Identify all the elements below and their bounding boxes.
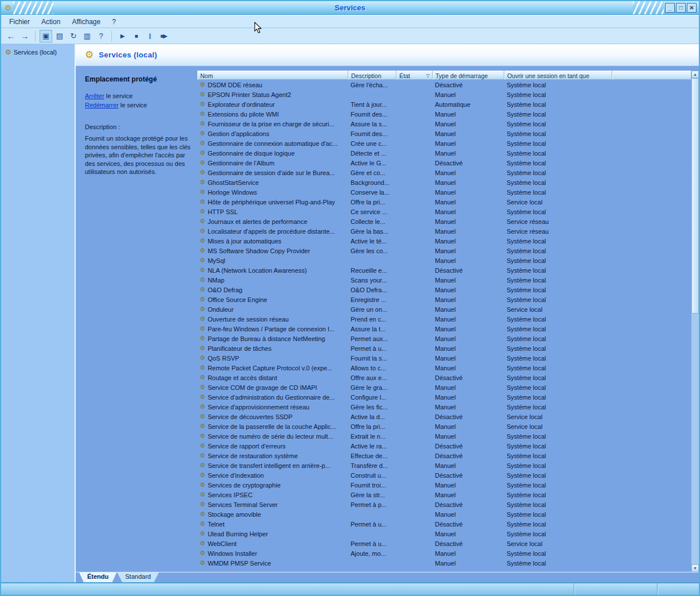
table-row[interactable]: ⚙Gestion d'applicationsFournit des...Man… — [197, 129, 691, 138]
menu-action[interactable]: Action — [36, 17, 66, 27]
table-row[interactable]: ⚙Pare-feu Windows / Partage de connexion… — [197, 324, 691, 334]
cell-logon: Système local — [504, 101, 612, 108]
title-bar[interactable]: ⚙ Services _ □ ✕ — [1, 1, 699, 15]
properties-icon[interactable]: ▤ — [53, 30, 66, 42]
table-row[interactable]: ⚙Planificateur de tâchesPermet à u...Man… — [197, 343, 691, 353]
table-row[interactable]: ⚙Journaux et alertes de performanceColle… — [197, 216, 691, 226]
column-header-nom[interactable]: Nom — [197, 71, 348, 80]
table-row[interactable]: ⚙HTTP SSLCe service ...ManuelSystème loc… — [197, 207, 691, 216]
cell-logon: Système local — [504, 452, 612, 459]
table-row[interactable]: ⚙Service de rapport d'erreursActive le r… — [197, 441, 691, 451]
stop-service-icon[interactable]: ■ — [130, 30, 142, 42]
export-list-icon[interactable]: ▥ — [81, 30, 94, 42]
table-row[interactable]: ⚙Ulead Burning HelperManuelSystème local — [197, 529, 691, 539]
table-row[interactable]: ⚙Partage de Bureau à distance NetMeeting… — [197, 334, 691, 343]
cell-nom: ⚙Service d'administration du Gestionnair… — [197, 393, 348, 401]
maximize-button[interactable]: □ — [676, 3, 686, 13]
table-row[interactable]: ⚙MS Software Shadow Copy ProviderGère le… — [197, 246, 691, 256]
table-row[interactable]: ⚙Horloge WindowsConserve la...ManuelSyst… — [197, 187, 691, 197]
scrollbar-thumb[interactable] — [691, 78, 699, 314]
cell-nom: ⚙Horloge Windows — [197, 188, 348, 196]
description-label: Description : — [85, 123, 192, 130]
service-icon: ⚙ — [200, 130, 205, 137]
table-row[interactable]: ⚙Gestionnaire de session d'aide sur le B… — [197, 168, 691, 177]
table-row[interactable]: ⚙Localisateur d'appels de procédure dist… — [197, 226, 691, 236]
table-row[interactable]: ⚙Service d'administration du Gestionnair… — [197, 392, 691, 402]
cell-startup: Manuel — [433, 277, 504, 284]
refresh-icon[interactable]: ↻ — [67, 30, 80, 42]
table-row[interactable]: ⚙Service de la passerelle de la couche A… — [197, 421, 691, 431]
column-header-ouvrir-session[interactable]: Ouvrir une session en tant que — [504, 71, 612, 80]
table-row[interactable]: ⚙Stockage amovibleManuelSystème local — [197, 509, 691, 519]
table-row[interactable]: ⚙OnduleurGère un on...ManuelService loca… — [197, 304, 691, 314]
restart-service-link[interactable]: Redémarrer — [85, 102, 119, 109]
table-row[interactable]: ⚙NMapScans your...ManuelSystème local — [197, 275, 691, 285]
vertical-scrollbar[interactable]: ▲ ▼ — [691, 71, 699, 572]
stop-service-link[interactable]: Arrêter — [85, 92, 104, 99]
table-row[interactable]: ⚙QoS RSVPFournit la s...ManuelSystème lo… — [197, 353, 691, 363]
cell-startup: Manuel — [433, 335, 504, 342]
table-row[interactable]: ⚙Service d'approvisionnement réseauGère … — [197, 402, 691, 412]
table-row[interactable]: ⚙Office Source EngineEnregistre ...Manue… — [197, 295, 691, 304]
table-row[interactable]: ⚙Service de restauration systèmeEffectue… — [197, 451, 691, 460]
help-icon[interactable]: ? — [95, 30, 107, 42]
table-row[interactable]: ⚙Services de cryptographieFournit troi..… — [197, 480, 691, 490]
table-row[interactable]: ⚙Services Terminal ServerPermet à p...Dé… — [197, 500, 691, 509]
table-row[interactable]: ⚙Ouverture de session réseauPrend en c..… — [197, 314, 691, 324]
cell-startup: Manuel — [433, 130, 504, 137]
table-row[interactable]: ⚙Service d'indexationConstruit u...Désac… — [197, 470, 691, 480]
table-row[interactable]: ⚙MySqlManuelSystème local — [197, 256, 691, 265]
start-service-icon[interactable]: ▶ — [116, 30, 129, 42]
table-row[interactable]: ⚙Service de transfert intelligent en arr… — [197, 460, 691, 470]
table-row[interactable]: ⚙Explorateur d'ordinateurTient à jour...… — [197, 99, 691, 109]
table-row[interactable]: ⚙O&O DefragO&O Defra...ManuelSystème loc… — [197, 285, 691, 295]
cell-nom: ⚙Service de numéro de série du lecteur m… — [197, 432, 348, 440]
column-header-description[interactable]: Description — [348, 71, 396, 80]
table-row[interactable]: ⚙Gestionnaire de l'AlbumActive le G...Dé… — [197, 158, 691, 168]
table-row[interactable]: ⚙Hôte de périphérique universel Plug-and… — [197, 197, 691, 207]
column-header-type-de-demarrage[interactable]: Type de démarrage — [433, 71, 504, 80]
table-row[interactable]: ⚙Extensions du pilote WMIFournit des...M… — [197, 109, 691, 119]
column-header-etat[interactable]: État▽ — [396, 71, 433, 80]
restart-service-icon[interactable]: ■▶ — [157, 30, 170, 42]
scroll-down-icon[interactable]: ▼ — [691, 564, 699, 572]
table-row[interactable]: ⚙Services IPSECGère la str...ManuelSystè… — [197, 490, 691, 500]
table-row[interactable]: ⚙Mises à jour automatiquesActive le té..… — [197, 236, 691, 246]
pause-service-icon[interactable]: ∥ — [143, 30, 156, 42]
minimize-button[interactable]: _ — [665, 3, 675, 13]
close-button[interactable]: ✕ — [687, 3, 697, 13]
table-row[interactable]: ⚙GhostStartServiceBackground...ManuelSys… — [197, 177, 691, 187]
table-row[interactable]: ⚙Service de découvertes SSDPActive la d.… — [197, 412, 691, 421]
cell-nom: ⚙Telnet — [197, 520, 348, 528]
table-row[interactable]: ⚙Service de numéro de série du lecteur m… — [197, 431, 691, 441]
table-row[interactable]: ⚙Routage et accès distantOffre aux e...D… — [197, 373, 691, 382]
cell-logon: Système local — [504, 111, 612, 118]
table-row[interactable]: ⚙Windows InstallerAjoute, mo...ManuelSys… — [197, 548, 691, 558]
tab-standard[interactable]: Standard — [117, 572, 159, 582]
cell-logon: Système local — [504, 511, 612, 518]
menu-fichier[interactable]: Fichier — [3, 17, 36, 27]
tree-item-services-local[interactable]: ⚙ Services (local) — [1, 48, 75, 56]
table-row[interactable]: ⚙Gestionnaire de disque logiqueDétecte e… — [197, 148, 691, 158]
table-row[interactable]: ⚙NLA (Network Location Awareness)Recueil… — [197, 265, 691, 275]
service-icon: ⚙ — [200, 198, 205, 206]
service-icon: ⚙ — [200, 335, 205, 342]
table-row[interactable]: ⚙Remote Packet Capture Protocol v.0 (exp… — [197, 363, 691, 373]
table-row[interactable]: ⚙Gestionnaire de connexion automatique d… — [197, 138, 691, 148]
table-row[interactable]: ⚙WebClientPermet à u...DésactivéService … — [197, 539, 691, 548]
table-row[interactable]: ⚙EPSON Printer Status Agent2ManuelSystèm… — [197, 90, 691, 99]
table-row[interactable]: ⚙Fournisseur de la prise en charge de sé… — [197, 119, 691, 129]
cell-logon: Service local — [504, 199, 612, 206]
menu-affichage[interactable]: Affichage — [66, 17, 106, 27]
table-row[interactable]: ⚙DSDM DDE réseauGère l'écha...DésactivéS… — [197, 80, 691, 90]
table-row[interactable]: ⚙TelnetPermet à u...DésactivéSystème loc… — [197, 519, 691, 529]
back-icon[interactable]: ← — [5, 30, 17, 42]
table-row[interactable]: ⚙Service COM de gravage de CD IMAPIGère … — [197, 382, 691, 392]
show-console-tree-icon[interactable]: ▣ — [40, 30, 52, 42]
forward-icon[interactable]: → — [18, 30, 31, 42]
menu-help[interactable]: ? — [106, 17, 122, 27]
cell-logon: Système local — [504, 394, 612, 401]
tab-etendu[interactable]: Étendu — [79, 572, 116, 582]
scroll-up-icon[interactable]: ▲ — [691, 71, 699, 78]
table-row[interactable]: ⚙WMDM PMSP ServiceManuelSystème local — [197, 558, 691, 568]
